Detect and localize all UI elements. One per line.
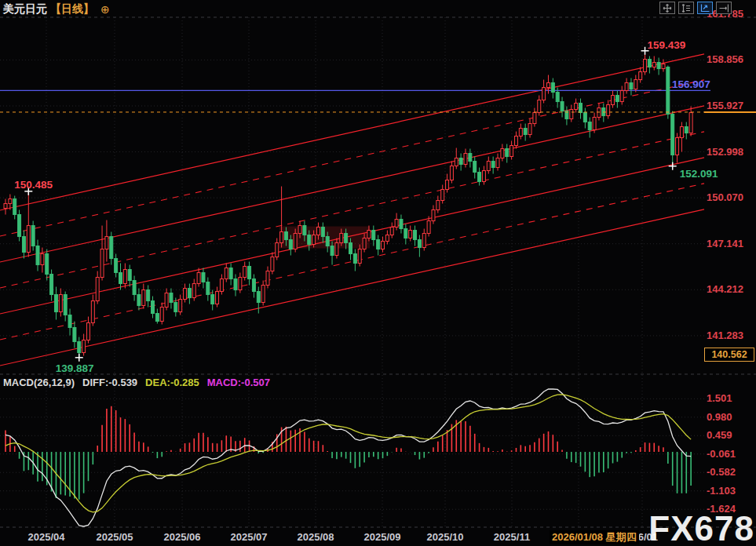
symbol-name: 美元日元 [3, 2, 47, 16]
y-axis-label: 147.141 [707, 238, 755, 249]
add-symbol-icon[interactable]: ⊕ [100, 3, 110, 16]
y-axis-scale-icon[interactable] [678, 2, 694, 14]
macd-params-label: MACD(26,12,9) [3, 377, 75, 388]
x-axis-label: 2025/05 [89, 531, 140, 543]
x-axis-shift-icon[interactable] [716, 2, 732, 14]
chart-toolbar [659, 2, 732, 14]
x-axis-label: 2025/09 [357, 531, 407, 543]
y-axis-label: 152.998 [707, 146, 755, 158]
watermark: FX678 [648, 511, 754, 546]
macd-axis-label: -0.582 [707, 466, 755, 478]
y-axis-label: 150.070 [707, 191, 755, 203]
price-annotation: 150.485 [14, 179, 53, 191]
chart-canvas[interactable] [0, 0, 756, 546]
x-axis-label: 2025/06 [157, 531, 207, 543]
y-axis-label: 144.212 [707, 283, 755, 295]
macd-axis-label: 0.980 [707, 411, 755, 423]
macd-axis-label: 0.459 [707, 429, 755, 441]
title-bar: 美元日元 【日线】 ⊕ [3, 2, 110, 16]
x-axis-label: 2025/10 [420, 531, 470, 543]
macd-header: MACD(26,12,9) DIFF:-0.539 DEA:-0.285 MAC… [3, 377, 270, 388]
macd-axis-label: 1.501 [707, 392, 755, 404]
price-annotation: 152.091 [680, 168, 718, 180]
macd-macd-value: MACD:-0.507 [207, 377, 270, 388]
x-axis-label: 2025/04 [21, 531, 71, 543]
x-axis-label: 2025/08 [290, 531, 341, 543]
y-axis-label: 158.856 [707, 53, 755, 65]
date-highlight-label: 2026/01/08 星期四 [550, 530, 639, 544]
macd-axis-label: -1.103 [707, 485, 755, 497]
hline-price-label: 156.907 [672, 78, 710, 90]
macd-diff-value: DIFF:-0.539 [82, 377, 137, 388]
y-axis-label: 141.283 [707, 329, 755, 341]
macd-axis-label: -0.061 [707, 448, 755, 460]
x-axis-label: 2025/11 [487, 531, 537, 543]
macd-dea-value: DEA:-0.285 [145, 377, 199, 388]
price-annotation: 159.439 [648, 39, 686, 51]
auto-fit-icon[interactable] [697, 2, 713, 14]
price-marker-box: 140.562 [704, 348, 754, 362]
x-axis-label: 2025/07 [224, 531, 274, 543]
price-annotation: 139.887 [56, 362, 94, 374]
pan-icon[interactable] [659, 2, 675, 14]
period-label[interactable]: 【日线】 [50, 2, 94, 16]
y-axis-label: 155.927 [707, 100, 755, 111]
